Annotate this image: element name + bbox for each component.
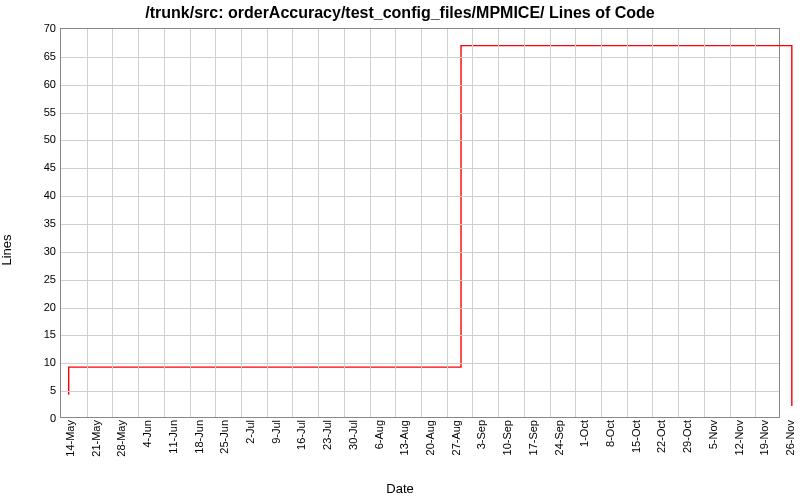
grid-line bbox=[61, 168, 779, 169]
grid-line bbox=[627, 29, 628, 417]
x-tick-label: 21-May bbox=[90, 420, 102, 464]
grid-line bbox=[61, 113, 779, 114]
grid-line bbox=[575, 29, 576, 417]
grid-line bbox=[61, 391, 779, 392]
x-tick-label: 1-Oct bbox=[578, 420, 590, 464]
grid-line bbox=[61, 363, 779, 364]
data-line bbox=[61, 29, 779, 417]
grid-line bbox=[138, 29, 139, 417]
x-tick-label: 2-Jul bbox=[244, 420, 256, 464]
grid-line bbox=[601, 29, 602, 417]
x-tick-label: 30-Jul bbox=[347, 420, 359, 464]
x-tick-label: 15-Oct bbox=[630, 420, 642, 464]
y-tick-label: 25 bbox=[16, 273, 56, 285]
plot-area bbox=[60, 28, 780, 418]
y-tick-label: 40 bbox=[16, 189, 56, 201]
grid-line bbox=[704, 29, 705, 417]
y-tick-label: 55 bbox=[16, 106, 56, 118]
grid-line bbox=[292, 29, 293, 417]
grid-line bbox=[421, 29, 422, 417]
grid-line bbox=[524, 29, 525, 417]
y-tick-label: 10 bbox=[16, 356, 56, 368]
x-tick-label: 12-Nov bbox=[733, 420, 745, 464]
grid-line bbox=[190, 29, 191, 417]
grid-line bbox=[472, 29, 473, 417]
grid-line bbox=[395, 29, 396, 417]
x-tick-label: 14-May bbox=[64, 420, 76, 464]
y-tick-label: 20 bbox=[16, 301, 56, 313]
x-tick-label: 27-Aug bbox=[450, 420, 462, 464]
grid-line bbox=[370, 29, 371, 417]
x-tick-label: 3-Sep bbox=[475, 420, 487, 464]
chart-container: /trunk/src: orderAccuracy/test_config_fi… bbox=[0, 0, 800, 500]
grid-line bbox=[318, 29, 319, 417]
chart-title: /trunk/src: orderAccuracy/test_config_fi… bbox=[0, 4, 800, 22]
grid-line bbox=[678, 29, 679, 417]
x-tick-label: 13-Aug bbox=[398, 420, 410, 464]
grid-line bbox=[61, 85, 779, 86]
x-tick-label: 9-Jul bbox=[270, 420, 282, 464]
y-tick-label: 30 bbox=[16, 245, 56, 257]
grid-line bbox=[112, 29, 113, 417]
x-tick-label: 6-Aug bbox=[373, 420, 385, 464]
y-tick-label: 5 bbox=[16, 384, 56, 396]
grid-line bbox=[498, 29, 499, 417]
grid-line bbox=[241, 29, 242, 417]
x-tick-label: 4-Jun bbox=[141, 420, 153, 464]
x-tick-label: 11-Jun bbox=[167, 420, 179, 464]
x-tick-label: 23-Jul bbox=[321, 420, 333, 464]
x-tick-label: 8-Oct bbox=[604, 420, 616, 464]
y-tick-label: 15 bbox=[16, 328, 56, 340]
x-tick-label: 5-Nov bbox=[707, 420, 719, 464]
x-tick-label: 19-Nov bbox=[758, 420, 770, 464]
x-tick-label: 10-Sep bbox=[501, 420, 513, 464]
grid-line bbox=[61, 308, 779, 309]
x-tick-label: 28-May bbox=[115, 420, 127, 464]
grid-line bbox=[550, 29, 551, 417]
x-axis-label: Date bbox=[0, 481, 800, 496]
grid-line bbox=[652, 29, 653, 417]
grid-line bbox=[87, 29, 88, 417]
x-tick-label: 24-Sep bbox=[553, 420, 565, 464]
y-tick-label: 65 bbox=[16, 50, 56, 62]
grid-line bbox=[267, 29, 268, 417]
y-tick-label: 35 bbox=[16, 217, 56, 229]
grid-line bbox=[344, 29, 345, 417]
x-tick-label: 29-Oct bbox=[681, 420, 693, 464]
x-tick-label: 17-Sep bbox=[527, 420, 539, 464]
x-tick-label: 20-Aug bbox=[424, 420, 436, 464]
x-tick-label: 22-Oct bbox=[655, 420, 667, 464]
y-tick-label: 45 bbox=[16, 161, 56, 173]
grid-line bbox=[61, 280, 779, 281]
x-tick-label: 18-Jun bbox=[193, 420, 205, 464]
y-tick-label: 60 bbox=[16, 78, 56, 90]
y-tick-label: 70 bbox=[16, 22, 56, 34]
x-tick-label: 26-Nov bbox=[784, 420, 796, 464]
y-tick-label: 50 bbox=[16, 133, 56, 145]
grid-line bbox=[61, 140, 779, 141]
grid-line bbox=[61, 57, 779, 58]
series-line bbox=[69, 46, 792, 406]
y-tick-label: 0 bbox=[16, 412, 56, 424]
grid-line bbox=[164, 29, 165, 417]
grid-line bbox=[61, 196, 779, 197]
grid-line bbox=[730, 29, 731, 417]
y-axis-label: Lines bbox=[0, 234, 14, 265]
x-tick-label: 16-Jul bbox=[295, 420, 307, 464]
x-tick-label: 25-Jun bbox=[218, 420, 230, 464]
grid-line bbox=[215, 29, 216, 417]
grid-line bbox=[61, 224, 779, 225]
grid-line bbox=[61, 335, 779, 336]
grid-line bbox=[61, 252, 779, 253]
grid-line bbox=[755, 29, 756, 417]
grid-line bbox=[447, 29, 448, 417]
